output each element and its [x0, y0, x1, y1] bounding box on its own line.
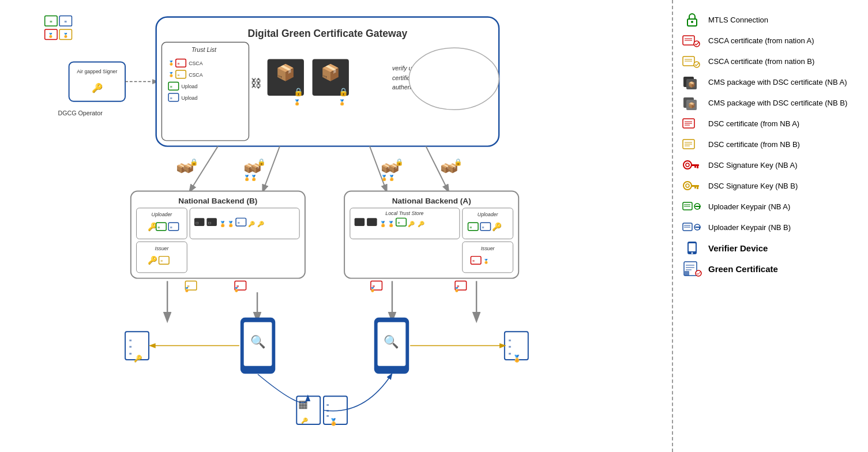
svg-rect-210 [685, 271, 689, 276]
svg-text:📦: 📦 [276, 63, 296, 82]
legend-keypair-a-label: Uploader Keypair (NB A) [708, 202, 790, 211]
svg-text:≡: ≡ [50, 19, 52, 24]
svg-text:≡: ≡ [160, 259, 163, 263]
svg-text:🏅: 🏅 [63, 32, 69, 38]
svg-rect-189 [697, 187, 698, 189]
svg-text:🏅: 🏅 [388, 174, 396, 182]
svg-text:≡: ≡ [158, 225, 160, 229]
svg-text:🏅: 🏅 [243, 174, 251, 182]
legend-area: MTLS Connection CSCA certificate (from n… [672, 0, 868, 452]
key-red-icon [682, 157, 702, 173]
svg-text:≡: ≡ [469, 225, 472, 229]
legend-cms-a-label: CMS package with DSC certificate (NB A) [708, 78, 847, 86]
svg-text:🔒: 🔒 [339, 87, 349, 97]
svg-rect-183 [691, 164, 699, 166]
svg-rect-196 [699, 207, 700, 209]
svg-text:≡: ≡ [170, 225, 172, 229]
svg-text:🔑: 🔑 [492, 222, 502, 232]
svg-rect-0 [69, 62, 125, 101]
legend-green-cert-label: Green Certificate [708, 264, 778, 274]
svg-text:Uploader: Uploader [478, 212, 499, 217]
svg-text:Issuer: Issuer [481, 246, 495, 251]
svg-text:National Backend (B): National Backend (B) [178, 197, 257, 205]
svg-text:CSCA: CSCA [189, 61, 203, 66]
svg-text:🏅: 🏅 [339, 99, 346, 106]
svg-text:≡: ≡ [170, 96, 172, 100]
svg-rect-100 [367, 218, 377, 226]
legend-key-b-label: DSC Signature Key (NB B) [708, 182, 798, 190]
legend-dsc-a: DSC certificate (from NB A) [682, 115, 859, 131]
svg-text:📦: 📦 [688, 101, 696, 109]
svg-text:🔑: 🔑 [148, 255, 158, 265]
svg-text:Local Trust Store: Local Trust Store [385, 210, 423, 216]
green-cert-icon [682, 261, 702, 277]
cms-black-b-icon: 📦 [682, 95, 702, 111]
svg-text:🏅: 🏅 [370, 287, 375, 292]
legend-green-cert: Green Certificate [682, 261, 859, 277]
svg-text:□: □ [208, 221, 211, 225]
svg-text:≡: ≡ [472, 259, 475, 263]
svg-text:🔑: 🔑 [408, 220, 415, 228]
diagram-area: Air gapped Signer 🔑 DGCG Operator ≡ ≡ 🏅 … [0, 0, 672, 452]
svg-text:🔒: 🔒 [454, 158, 463, 166]
svg-text:🔍: 🔍 [250, 334, 266, 349]
svg-text:≡: ≡ [129, 344, 132, 349]
lock-green-icon [682, 12, 702, 28]
cms-black-a-icon: 📦 [682, 74, 702, 90]
legend-cms-b-label: CMS package with DSC certificate (NB B) [708, 99, 847, 107]
svg-text:▦: ▦ [298, 398, 308, 410]
svg-text:🔑: 🔑 [418, 220, 425, 228]
svg-text:📦: 📦 [688, 81, 696, 88]
svg-text:🔑: 🔑 [248, 220, 255, 228]
svg-rect-184 [697, 166, 698, 168]
legend-cms-b: 📦 CMS package with DSC certificate (NB B… [682, 95, 859, 111]
svg-text:≡: ≡ [178, 73, 180, 77]
legend-verifier-label: Verifier Device [708, 243, 768, 253]
svg-text:🔒: 🔒 [294, 87, 304, 97]
svg-text:Uploader: Uploader [152, 212, 173, 217]
svg-text:Trust List: Trust List [191, 46, 217, 53]
svg-text:🏅: 🏅 [379, 220, 387, 228]
svg-text:National Backend (A): National Backend (A) [392, 197, 471, 205]
svg-text:🔒: 🔒 [257, 158, 266, 166]
svg-line-43 [190, 146, 218, 191]
svg-text:CSCA: CSCA [189, 72, 203, 78]
keypair-blue-icon [682, 219, 702, 235]
svg-text:Upload: Upload [182, 84, 198, 89]
legend-csca-b: CSCA certificate (from nation B) [682, 53, 859, 69]
svg-text:🏅: 🏅 [219, 220, 227, 228]
svg-text:≡: ≡ [326, 402, 329, 408]
legend-dsc-a-label: DSC certificate (from NB A) [708, 119, 799, 128]
svg-text:🏅: 🏅 [329, 418, 338, 426]
svg-text:🏅: 🏅 [513, 355, 521, 363]
svg-rect-99 [355, 218, 365, 226]
legend-keypair-a: Uploader Keypair (NB A) [682, 198, 859, 214]
svg-text:≡: ≡ [509, 344, 512, 349]
legend-csca-a: CSCA certificate (from nation A) [682, 32, 859, 48]
legend-cms-a: 📦 CMS package with DSC certificate (NB A… [682, 74, 859, 90]
svg-text:≡: ≡ [64, 19, 67, 24]
svg-text:≡: ≡ [178, 62, 180, 66]
svg-point-136 [389, 368, 394, 372]
svg-text:Issuer: Issuer [155, 246, 169, 251]
csca-red-icon [682, 32, 702, 48]
svg-point-132 [255, 368, 260, 372]
dsc-red-icon [682, 115, 702, 131]
keypair-green-icon [682, 198, 702, 214]
svg-text:🔒: 🔒 [190, 158, 198, 166]
svg-text:≡: ≡ [170, 85, 172, 89]
svg-point-162 [694, 41, 700, 47]
svg-rect-188 [691, 185, 699, 187]
legend-dsc-b-label: DSC certificate (from NB B) [708, 140, 800, 149]
legend-key-b: DSC Signature Key (NB B) [682, 178, 859, 194]
svg-text:□: □ [196, 221, 198, 225]
svg-rect-202 [699, 228, 700, 229]
svg-text:🏅: 🏅 [227, 220, 235, 228]
svg-text:🏅: 🏅 [483, 258, 489, 264]
dsc-yellow-icon [682, 136, 702, 152]
svg-text:🏅: 🏅 [294, 99, 301, 106]
svg-point-187 [686, 184, 689, 187]
svg-text:Upload: Upload [182, 95, 198, 101]
legend-csca-a-label: CSCA certificate (from nation A) [708, 36, 814, 45]
legend-keypair-b-label: Uploader Keypair (NB B) [708, 223, 791, 232]
